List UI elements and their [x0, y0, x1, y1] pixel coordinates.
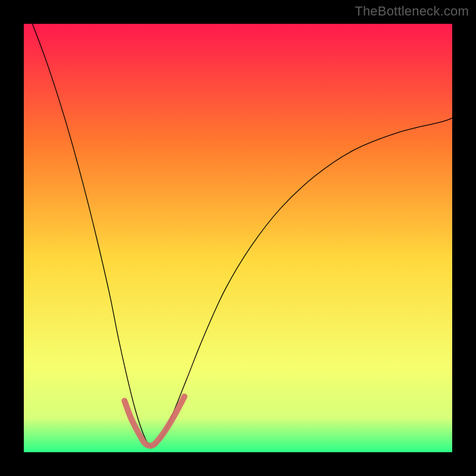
plot-area	[24, 24, 452, 452]
chart-frame: TheBottleneck.com	[0, 0, 476, 476]
watermark-text: TheBottleneck.com	[355, 4, 469, 19]
chart-svg	[24, 24, 452, 452]
gradient-background	[24, 24, 452, 452]
